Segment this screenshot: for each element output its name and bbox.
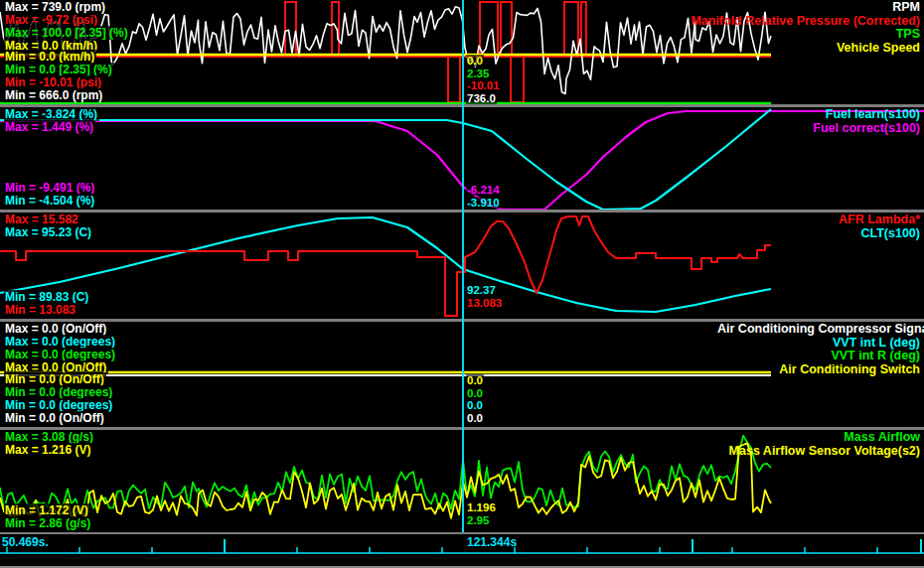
cursor-value: 2.95 bbox=[466, 514, 497, 527]
timeline-ticks bbox=[0, 534, 924, 555]
min-stats: Min = 89.83 (C)Min = 13.083 bbox=[4, 291, 90, 317]
channel-label[interactable]: Fuel learn(s100) bbox=[813, 108, 920, 122]
cursor-readouts: 0.02.35-10.01736.0 bbox=[466, 55, 501, 104]
channel-label[interactable]: VVT int R (deg) bbox=[717, 350, 920, 363]
channel-label[interactable]: Air Conditioning Switch bbox=[717, 363, 920, 377]
channel-label[interactable]: Fuel correct(s100) bbox=[813, 122, 920, 136]
status-bar: Graph by MegaLogViewer HD 4.4.23 https:/… bbox=[0, 555, 924, 568]
channel-label[interactable]: CLT(s100) bbox=[839, 227, 920, 241]
cursor-value: -10.01 bbox=[466, 79, 501, 92]
cursor-value: 0.0 bbox=[466, 374, 484, 387]
stat-line: Min = -4.504 (%) bbox=[4, 195, 96, 208]
max-stats: Max = 739.0 (rpm)Max = -9.72 (psi)Max = … bbox=[4, 1, 130, 53]
channel-labels: Air Conditioning Compressor SignalVVT in… bbox=[717, 323, 920, 376]
megalogviewer-window: Max = 739.0 (rpm)Max = -9.72 (psi)Max = … bbox=[0, 0, 924, 568]
channel-label[interactable]: TPS bbox=[691, 28, 920, 42]
channel-labels: RPMManifold Relative Pressure (Corrected… bbox=[691, 1, 920, 55]
channel-label[interactable]: VVT int L (deg) bbox=[717, 337, 920, 351]
cursor-value: -6.214 bbox=[466, 184, 501, 197]
channel-label[interactable]: AFR Lambda* bbox=[839, 213, 920, 227]
cursor-value: 0.0 bbox=[466, 55, 501, 68]
stat-line: Max = 100.0 [2.35] (%) bbox=[4, 27, 130, 40]
stat-line: Max = 0.0 (degrees) bbox=[4, 336, 117, 349]
min-stats: Min = 0.0 (km/h)Min = 0.0 [2.35] (%)Min … bbox=[4, 51, 114, 102]
cursor-value: 0.0 bbox=[466, 387, 484, 400]
stat-line: Min = 13.083 bbox=[4, 304, 90, 317]
channel-labels: AFR Lambda*CLT(s100) bbox=[839, 213, 920, 240]
stat-line: Max = 1.216 (V) bbox=[4, 444, 95, 457]
min-stats: Min = 1.172 (V)Min = 2.86 (g/s) bbox=[4, 504, 92, 530]
max-stats: Max = 0.0 (On/Off)Max = 0.0 (degrees)Max… bbox=[4, 323, 117, 374]
stat-line: Min = 0.0 (On/Off) bbox=[4, 412, 114, 425]
stat-line: Max = 95.23 (C) bbox=[4, 226, 93, 239]
channel-label[interactable]: Manifold Relative Pressure (Corrected) bbox=[691, 15, 920, 29]
cursor-value: 0.0 bbox=[466, 399, 484, 412]
max-stats: Max = -3.824 (%)Max = 1.449 (%) bbox=[4, 108, 99, 134]
cursor-value: -3.910 bbox=[466, 197, 501, 210]
cursor-readouts: 0.00.00.00.0 bbox=[466, 374, 484, 424]
min-stats: Min = 0.0 (On/Off)Min = 0.0 (degrees)Min… bbox=[4, 373, 114, 425]
cursor-readouts: 1.1962.95 bbox=[466, 501, 497, 526]
cursor-readouts: -6.214-3.910 bbox=[466, 184, 501, 209]
max-stats: Max = 15.582Max = 95.23 (C) bbox=[4, 213, 93, 239]
stat-line: Max = 3.08 (g/s) bbox=[4, 431, 95, 444]
stat-line: Max = 739.0 (rpm) bbox=[4, 1, 130, 14]
cursor-value: 0.0 bbox=[466, 412, 484, 425]
channel-label[interactable]: Mass Airflow Sensor Voltage(s2) bbox=[729, 445, 920, 459]
timeline-bar[interactable]: 50.469s. 121.344s bbox=[0, 532, 924, 555]
channel-label[interactable]: Air Conditioning Compressor Signal bbox=[717, 323, 924, 337]
stat-line: Max = -3.824 (%) bbox=[4, 108, 99, 121]
channel-labels: Mass AirflowMass Airflow Sensor Voltage(… bbox=[729, 431, 920, 458]
max-stats: Max = 3.08 (g/s)Max = 1.216 (V) bbox=[4, 431, 95, 457]
channel-labels: Fuel learn(s100)Fuel correct(s100) bbox=[813, 108, 920, 135]
stat-line: Min = 2.86 (g/s) bbox=[4, 517, 92, 530]
channel-label[interactable]: RPM bbox=[691, 1, 920, 15]
cursor-value: 736.0 bbox=[466, 92, 501, 105]
stat-line: Max = 0.0 (degrees) bbox=[4, 349, 117, 361]
cursor-line[interactable] bbox=[462, 0, 464, 553]
channel-label[interactable]: Vehicle Speed bbox=[691, 42, 920, 56]
cursor-readouts: 92.3713.083 bbox=[466, 284, 503, 309]
stat-line: Max = 1.449 (%) bbox=[4, 121, 99, 134]
cursor-value: 13.083 bbox=[466, 297, 503, 310]
min-stats: Min = -9.491 (%)Min = -4.504 (%) bbox=[4, 182, 96, 208]
channel-label[interactable]: Mass Airflow bbox=[729, 431, 920, 445]
stat-line: Max = 0.0 (On/Off) bbox=[4, 323, 117, 336]
stat-line: Max = -9.72 (psi) bbox=[4, 14, 130, 27]
cursor-value: 1.196 bbox=[466, 501, 497, 514]
stat-line: Max = 15.582 bbox=[4, 213, 93, 226]
cursor-value: 2.35 bbox=[466, 68, 501, 80]
cursor-value: 92.37 bbox=[466, 284, 503, 297]
stat-line: Min = 666.0 (rpm) bbox=[4, 89, 114, 102]
